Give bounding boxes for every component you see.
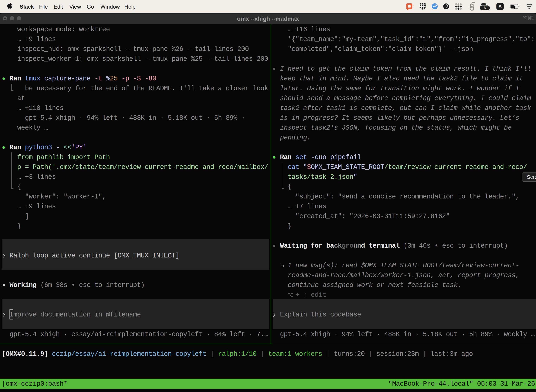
svg-text:A: A	[498, 4, 502, 9]
svg-text:1: 1	[531, 16, 534, 20]
svg-text:..61: ..61	[482, 6, 488, 10]
